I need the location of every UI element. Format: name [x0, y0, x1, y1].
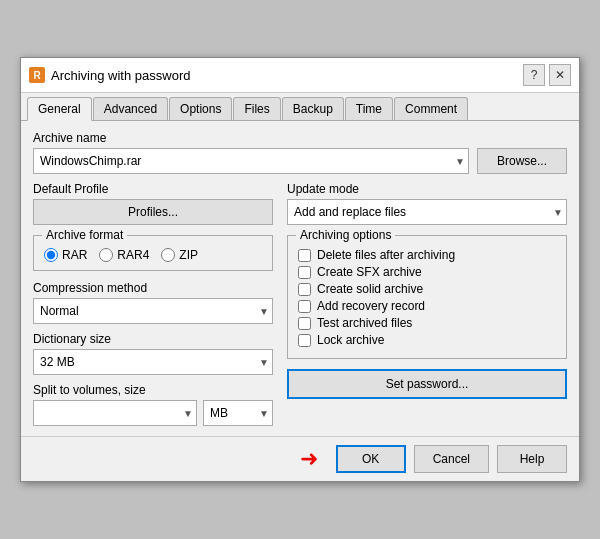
compression-method-section: Compression method Store Fastest Fast No… [33, 281, 273, 324]
tab-advanced[interactable]: Advanced [93, 97, 168, 120]
tab-options[interactable]: Options [169, 97, 232, 120]
radio-zip-input[interactable] [161, 248, 175, 262]
ok-button[interactable]: OK [336, 445, 406, 473]
checkbox-test[interactable]: Test archived files [298, 316, 556, 330]
archiving-options-title: Archiving options [296, 228, 395, 242]
window-title: Archiving with password [51, 68, 190, 83]
help-title-button[interactable]: ? [523, 64, 545, 86]
checkbox-delete-files[interactable]: Delete files after archiving [298, 248, 556, 262]
app-icon: R [29, 67, 45, 83]
radio-rar4-input[interactable] [99, 248, 113, 262]
archive-name-label: Archive name [33, 131, 469, 145]
checkbox-recovery[interactable]: Add recovery record [298, 299, 556, 313]
default-profile-label: Default Profile [33, 182, 273, 196]
bottom-bar: ➜ OK Cancel Help [21, 436, 579, 481]
tab-time[interactable]: Time [345, 97, 393, 120]
compression-method-wrapper: Store Fastest Fast Normal Good Best ▼ [33, 298, 273, 324]
archive-name-wrapper: ▼ [33, 148, 469, 174]
title-bar-left: R Archiving with password [29, 67, 190, 83]
default-profile-section: Default Profile Profiles... [33, 182, 273, 225]
tab-general[interactable]: General [27, 97, 92, 121]
archiving-options-list: Delete files after archiving Create SFX … [298, 248, 556, 347]
ok-btn-wrapper: ➜ OK [336, 445, 406, 473]
left-panel: Archive format RAR RAR4 ZIP [33, 235, 273, 426]
title-bar: R Archiving with password ? ✕ [21, 58, 579, 93]
archive-format-group: Archive format RAR RAR4 ZIP [33, 235, 273, 271]
checkbox-lock-input[interactable] [298, 334, 311, 347]
tab-backup[interactable]: Backup [282, 97, 344, 120]
checkbox-solid-input[interactable] [298, 283, 311, 296]
checkbox-sfx[interactable]: Create SFX archive [298, 265, 556, 279]
archiving-options-group: Archiving options Delete files after arc… [287, 235, 567, 359]
radio-zip[interactable]: ZIP [161, 248, 198, 262]
archive-name-input[interactable] [33, 148, 469, 174]
set-password-button[interactable]: Set password... [287, 369, 567, 399]
checkbox-recovery-input[interactable] [298, 300, 311, 313]
split-unit-select[interactable]: B KB MB GB [203, 400, 273, 426]
checkbox-delete-files-input[interactable] [298, 249, 311, 262]
profiles-button[interactable]: Profiles... [33, 199, 273, 225]
tab-files[interactable]: Files [233, 97, 280, 120]
tab-comment[interactable]: Comment [394, 97, 468, 120]
right-panel: Archiving options Delete files after arc… [287, 235, 567, 426]
arrow-indicator: ➜ [300, 448, 318, 470]
update-mode-select[interactable]: Add and replace files Add and update fil… [287, 199, 567, 225]
tab-bar: General Advanced Options Files Backup Ti… [21, 93, 579, 121]
main-window: R Archiving with password ? ✕ General Ad… [20, 57, 580, 482]
split-row: ▼ B KB MB GB ▼ [33, 400, 273, 426]
checkbox-lock[interactable]: Lock archive [298, 333, 556, 347]
archive-format-title: Archive format [42, 228, 127, 242]
radio-rar-input[interactable] [44, 248, 58, 262]
update-mode-label: Update mode [287, 182, 567, 196]
split-value-input[interactable] [33, 400, 197, 426]
update-mode-wrapper: Add and replace files Add and update fil… [287, 199, 567, 225]
help-button[interactable]: Help [497, 445, 567, 473]
dictionary-size-wrapper: 128 KB 256 KB 512 KB 1 MB 2 MB 4 MB 8 MB… [33, 349, 273, 375]
checkbox-sfx-input[interactable] [298, 266, 311, 279]
browse-button[interactable]: Browse... [477, 148, 567, 174]
archive-format-radios: RAR RAR4 ZIP [44, 248, 262, 262]
split-unit-wrapper: B KB MB GB ▼ [203, 400, 273, 426]
split-volumes-section: Split to volumes, size ▼ B KB MB GB [33, 383, 273, 426]
dictionary-size-select[interactable]: 128 KB 256 KB 512 KB 1 MB 2 MB 4 MB 8 MB… [33, 349, 273, 375]
dictionary-size-label: Dictionary size [33, 332, 273, 346]
close-button[interactable]: ✕ [549, 64, 571, 86]
radio-rar4[interactable]: RAR4 [99, 248, 149, 262]
title-bar-controls: ? ✕ [523, 64, 571, 86]
radio-rar[interactable]: RAR [44, 248, 87, 262]
checkbox-test-input[interactable] [298, 317, 311, 330]
split-volumes-label: Split to volumes, size [33, 383, 273, 397]
update-mode-section: Update mode Add and replace files Add an… [287, 182, 567, 225]
compression-method-label: Compression method [33, 281, 273, 295]
main-content: Archive name ▼ Browse... Default Profile… [21, 121, 579, 436]
cancel-button[interactable]: Cancel [414, 445, 489, 473]
split-value-wrapper: ▼ [33, 400, 197, 426]
dictionary-size-section: Dictionary size 128 KB 256 KB 512 KB 1 M… [33, 332, 273, 375]
checkbox-solid[interactable]: Create solid archive [298, 282, 556, 296]
compression-method-select[interactable]: Store Fastest Fast Normal Good Best [33, 298, 273, 324]
